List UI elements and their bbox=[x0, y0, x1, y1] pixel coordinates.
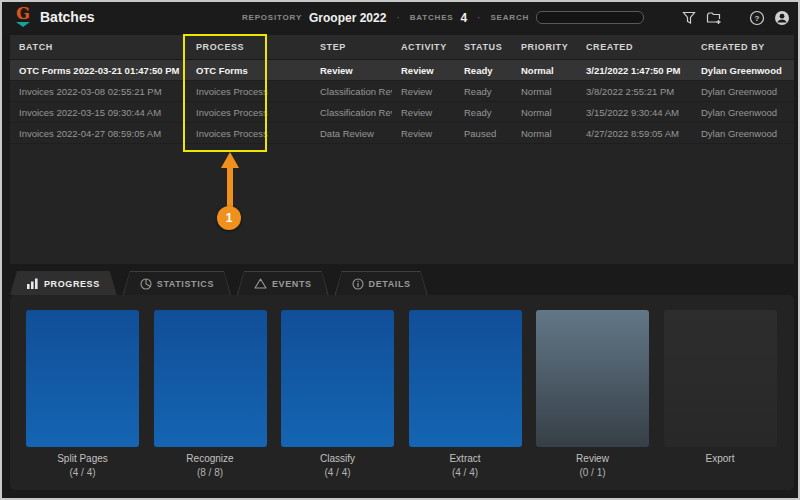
cell-status: Paused bbox=[455, 128, 512, 139]
batches-count: 4 bbox=[460, 11, 467, 25]
column-header-batch[interactable]: BATCH bbox=[10, 42, 187, 52]
header-bar: G Batches REPOSITORY Grooper 2022 · BATC… bbox=[2, 2, 798, 33]
card-count: (0 / 1) bbox=[536, 467, 649, 478]
tab-label: PROGRESS bbox=[44, 279, 100, 289]
progress-card[interactable] bbox=[409, 310, 522, 447]
cell-created-by: Dylan Greenwood bbox=[692, 86, 794, 97]
card-name: Split Pages bbox=[26, 453, 139, 464]
cell-process: Invoices Process bbox=[187, 107, 311, 118]
cell-batch: Invoices 2022-03-15 09:30:44 AM bbox=[10, 107, 187, 118]
separator: · bbox=[474, 12, 483, 23]
cell-activity: Review bbox=[392, 86, 455, 97]
progress-card[interactable] bbox=[664, 310, 777, 447]
search-label: SEARCH bbox=[490, 13, 529, 22]
cell-batch: OTC Forms 2022-03-21 01:47:50 PM bbox=[10, 65, 187, 76]
card-name: Review bbox=[536, 453, 649, 464]
table-row[interactable]: Invoices 2022-03-15 09:30:44 AM Invoices… bbox=[10, 102, 794, 123]
table-body: OTC Forms 2022-03-21 01:47:50 PM OTC For… bbox=[10, 60, 794, 144]
progress-card[interactable] bbox=[154, 310, 267, 447]
progress-panel: Split Pages (4 / 4) Recognize (8 / 8) Cl… bbox=[10, 295, 794, 490]
column-header-process[interactable]: PROCESS bbox=[187, 42, 311, 52]
tab-label: DETAILS bbox=[369, 279, 411, 289]
user-icon[interactable] bbox=[773, 9, 790, 26]
cell-priority: Normal bbox=[512, 107, 577, 118]
column-header-created-by[interactable]: CREATED BY bbox=[692, 42, 794, 52]
table-row[interactable]: Invoices 2022-04-27 08:59:05 AM Invoices… bbox=[10, 123, 794, 144]
progress-step-recognize: Recognize (8 / 8) bbox=[154, 310, 267, 478]
cell-step: Data Review bbox=[311, 128, 392, 139]
column-header-activity[interactable]: ACTIVITY bbox=[392, 42, 455, 52]
search-input[interactable] bbox=[536, 11, 644, 24]
cell-created-by: Dylan Greenwood bbox=[692, 65, 794, 76]
card-count: (4 / 4) bbox=[409, 467, 522, 478]
cell-step: Classification Review bbox=[311, 107, 392, 118]
tab-label: STATISTICS bbox=[157, 279, 214, 289]
cell-process: Invoices Process bbox=[187, 86, 311, 97]
card-count: (8 / 8) bbox=[154, 467, 267, 478]
progress-step-review: Review (0 / 1) bbox=[536, 310, 649, 478]
tab-progress[interactable]: PROGRESS bbox=[10, 271, 117, 295]
tab-details[interactable]: DETAILS bbox=[335, 271, 428, 295]
table-header-row: BATCH PROCESS STEP ACTIVITY STATUS PRIOR… bbox=[10, 35, 794, 60]
column-header-priority[interactable]: PRIORITY bbox=[512, 42, 577, 52]
column-header-created[interactable]: CREATED bbox=[577, 42, 692, 52]
cell-priority: Normal bbox=[512, 86, 577, 97]
column-header-status[interactable]: STATUS bbox=[455, 42, 512, 52]
batches-table: BATCH PROCESS STEP ACTIVITY STATUS PRIOR… bbox=[10, 35, 794, 264]
cell-created-by: Dylan Greenwood bbox=[692, 128, 794, 139]
cell-status: Ready bbox=[455, 65, 512, 76]
cell-priority: Normal bbox=[512, 65, 577, 76]
warning-icon bbox=[254, 278, 267, 289]
repository-label: REPOSITORY bbox=[242, 13, 302, 22]
repository-value[interactable]: Grooper 2022 bbox=[309, 11, 386, 25]
cell-batch: Invoices 2022-04-27 08:59:05 AM bbox=[10, 128, 187, 139]
table-row[interactable]: Invoices 2022-03-08 02:55:21 PM Invoices… bbox=[10, 81, 794, 102]
separator: · bbox=[393, 12, 402, 23]
card-count: (4 / 4) bbox=[281, 467, 394, 478]
progress-step-export: Export bbox=[664, 310, 777, 478]
help-icon[interactable]: ? bbox=[748, 9, 765, 26]
column-header-step[interactable]: STEP bbox=[311, 42, 392, 52]
cell-batch: Invoices 2022-03-08 02:55:21 PM bbox=[10, 86, 187, 97]
info-icon bbox=[352, 278, 364, 290]
cell-activity: Review bbox=[392, 65, 455, 76]
add-folder-icon[interactable] bbox=[705, 9, 722, 26]
filter-icon[interactable] bbox=[680, 9, 697, 26]
app-window: G Batches REPOSITORY Grooper 2022 · BATC… bbox=[0, 0, 800, 500]
cell-created: 3/21/2022 1:47:50 PM bbox=[577, 65, 692, 76]
grooper-logo-icon: G bbox=[14, 6, 32, 30]
progress-step-classify: Classify (4 / 4) bbox=[281, 310, 394, 478]
page-title: Batches bbox=[40, 9, 94, 25]
cell-status: Ready bbox=[455, 86, 512, 97]
card-count: (4 / 4) bbox=[26, 467, 139, 478]
bar-chart-icon bbox=[27, 278, 39, 289]
progress-cards-row: Split Pages (4 / 4) Recognize (8 / 8) Cl… bbox=[10, 295, 794, 478]
cell-created: 4/27/2022 8:59:05 AM bbox=[577, 128, 692, 139]
card-name: Export bbox=[664, 453, 777, 464]
batches-label: BATCHES bbox=[410, 13, 454, 22]
cell-created: 3/8/2022 2:55:21 PM bbox=[577, 86, 692, 97]
header-actions: ? bbox=[680, 2, 790, 33]
cell-process: Invoices Process bbox=[187, 128, 311, 139]
cell-priority: Normal bbox=[512, 128, 577, 139]
progress-card[interactable] bbox=[536, 310, 649, 447]
cell-created-by: Dylan Greenwood bbox=[692, 107, 794, 118]
progress-step-split-pages: Split Pages (4 / 4) bbox=[26, 310, 139, 478]
tab-statistics[interactable]: STATISTICS bbox=[123, 271, 231, 295]
card-name: Recognize bbox=[154, 453, 267, 464]
tab-events[interactable]: EVENTS bbox=[237, 271, 329, 295]
cell-created: 3/15/2022 9:30:44 AM bbox=[577, 107, 692, 118]
svg-text:?: ? bbox=[754, 14, 759, 23]
cell-activity: Review bbox=[392, 107, 455, 118]
table-row[interactable]: OTC Forms 2022-03-21 01:47:50 PM OTC For… bbox=[10, 60, 794, 81]
card-name: Extract bbox=[409, 453, 522, 464]
card-name: Classify bbox=[281, 453, 394, 464]
cell-activity: Review bbox=[392, 128, 455, 139]
header-context: REPOSITORY Grooper 2022 · BATCHES 4 · SE… bbox=[242, 2, 644, 33]
progress-card[interactable] bbox=[26, 310, 139, 447]
pie-chart-icon bbox=[140, 278, 152, 290]
cell-status: Ready bbox=[455, 107, 512, 118]
progress-card[interactable] bbox=[281, 310, 394, 447]
progress-step-extract: Extract (4 / 4) bbox=[409, 310, 522, 478]
cell-process: OTC Forms bbox=[187, 65, 311, 76]
